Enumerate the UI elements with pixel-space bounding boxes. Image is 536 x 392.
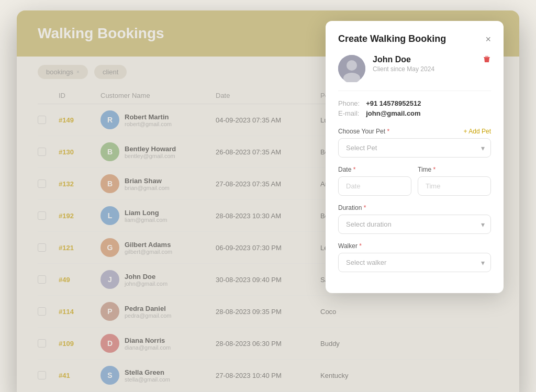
time-label: Time * — [418, 166, 491, 173]
date-section: Date * — [338, 166, 411, 196]
modal-header: Create Walking Booking × — [338, 33, 491, 44]
trash-icon — [483, 55, 491, 63]
duration-section: Duration * Select duration 30 minutes 60… — [338, 204, 491, 234]
select-walker-wrapper: Select walker — [338, 253, 491, 272]
walker-section: Walker * Select walker — [338, 242, 491, 272]
create-booking-modal: Create Walking Booking × John Doe Client… — [326, 21, 504, 293]
walker-label: Walker * — [338, 242, 491, 250]
select-pet-wrapper: Select Pet — [338, 138, 491, 158]
svg-point-1 — [347, 60, 357, 71]
time-section: Time * — [418, 166, 491, 196]
client-avatar — [338, 55, 365, 82]
client-details: Phone: +91 14578952512 E-mail: john@gmai… — [338, 99, 491, 117]
modal-overlay: Create Walking Booking × John Doe Client… — [17, 10, 519, 392]
choose-pet-section: Choose Your Pet * + Add Pet Select Pet — [338, 128, 491, 158]
client-since: Client since May 2024 — [373, 65, 475, 73]
email-value: john@gmail.com — [366, 109, 491, 117]
client-card: John Doe Client since May 2024 — [338, 55, 491, 91]
modal-close-button[interactable]: × — [485, 35, 491, 44]
date-input[interactable] — [338, 176, 411, 196]
client-name: John Doe — [373, 55, 475, 64]
phone-label: Phone: — [338, 99, 360, 107]
client-delete-button[interactable] — [483, 55, 491, 65]
select-duration-wrapper: Select duration 30 minutes 60 minutes 90… — [338, 215, 491, 234]
choose-pet-label: Choose Your Pet * + Add Pet — [338, 128, 491, 135]
add-pet-link[interactable]: + Add Pet — [464, 128, 491, 135]
time-input[interactable] — [418, 176, 491, 196]
duration-label: Duration * — [338, 204, 491, 211]
email-label: E-mail: — [338, 109, 360, 117]
select-walker-dropdown[interactable]: Select walker — [338, 253, 491, 272]
app-window: Walking Bookings bookings × client ID Cu… — [17, 10, 519, 392]
select-duration-dropdown[interactable]: Select duration 30 minutes 60 minutes 90… — [338, 215, 491, 234]
modal-title: Create Walking Booking — [338, 33, 446, 44]
date-time-row: Date * Time * — [338, 166, 491, 204]
date-label: Date * — [338, 166, 411, 173]
select-pet-dropdown[interactable]: Select Pet — [338, 138, 491, 158]
phone-value: +91 14578952512 — [366, 99, 491, 107]
client-info: John Doe Client since May 2024 — [373, 55, 475, 73]
